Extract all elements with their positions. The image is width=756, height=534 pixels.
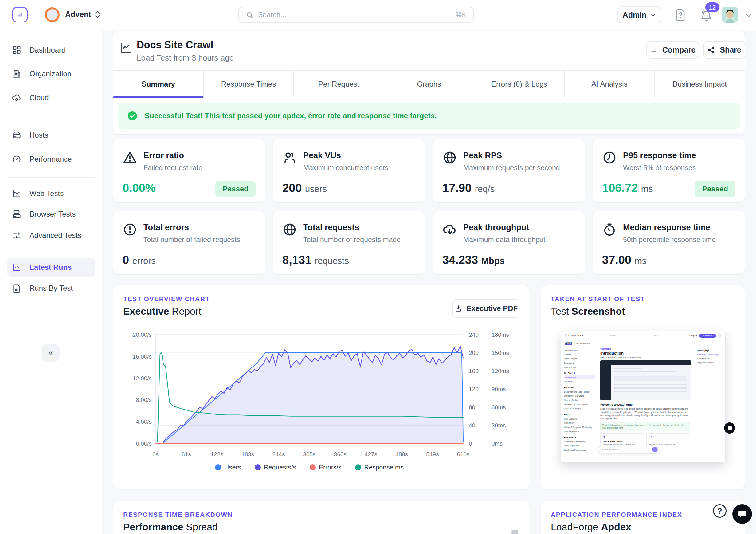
search-icon (246, 11, 254, 19)
tab-per-request[interactable]: Per Request (294, 71, 384, 98)
organization-icon (12, 69, 21, 79)
search-input[interactable] (258, 11, 451, 19)
metric-title: Peak RPS (463, 151, 502, 160)
mini-tabs: Guides API Reference (565, 340, 589, 346)
mini-toc: On this pageWelcome to LoadForgeCore Fea… (697, 349, 723, 364)
browser-tests-icon (12, 209, 21, 219)
metric-subtitle: Failed request rate (144, 164, 202, 172)
success-banner-text: Successful Test! This test passed your a… (145, 112, 437, 120)
legend-item[interactable]: Requests/s (255, 464, 296, 471)
sidebar-item-hosts[interactable]: Hosts (7, 126, 95, 145)
svg-text:12.00/s: 12.00/s (133, 375, 152, 381)
svg-text:16.00/s: 16.00/s (133, 353, 152, 360)
svg-text:150ms: 150ms (492, 350, 509, 356)
share-button[interactable]: Share (703, 41, 745, 59)
metric-title: Total requests (303, 223, 360, 232)
tab-bar: Summary Response Times Per Request Graph… (113, 70, 744, 98)
compare-button[interactable]: Compare (646, 41, 699, 59)
metric-subtitle: Maximum data throughput (463, 236, 545, 244)
sidebar-item-advanced-tests[interactable]: Advanced Tests (7, 226, 95, 245)
alert-circle-icon (122, 222, 137, 237)
chevron-down-icon[interactable] (744, 12, 753, 20)
chevrons-up-down-icon[interactable] (94, 9, 102, 20)
legend-dot-icon (215, 464, 221, 470)
users-icon (282, 150, 297, 165)
sidebar-item-label: Web Tests (30, 189, 64, 198)
svg-text:80: 80 (469, 404, 475, 410)
latest-runs-icon (12, 263, 21, 272)
legend-item[interactable]: Errors/s (310, 464, 341, 471)
metric-subtitle: Total number of failed requests (144, 236, 240, 244)
svg-text:244s: 244s (272, 451, 285, 458)
svg-text:240: 240 (469, 331, 479, 338)
metric-card-total-requests: Total requests Total number of requests … (273, 211, 425, 275)
sidebar-item-latest-runs[interactable]: Latest Runs (7, 258, 95, 277)
chart-menu-icon[interactable] (511, 530, 519, 534)
test-overview-chart: 20.00/s16.00/s12.00/s8.00/s4.00/s0.00/s2… (113, 285, 530, 461)
legend-item[interactable]: Response ms (355, 464, 404, 471)
svg-text:549s: 549s (426, 451, 439, 458)
search-box[interactable]: ⌘K (238, 7, 474, 23)
tab-response-times[interactable]: Response Times (204, 71, 294, 98)
sidebar-collapse-button[interactable]: « (42, 344, 60, 362)
sidebar-item-label: Hosts (30, 131, 48, 139)
workspace-avatar[interactable] (45, 7, 60, 22)
sidebar-divider (7, 116, 95, 116)
svg-text:30ms: 30ms (492, 422, 506, 429)
svg-text:61s: 61s (181, 451, 191, 458)
admin-dropdown[interactable]: Admin (617, 7, 662, 23)
sidebar-item-label: Browser Tests (30, 210, 76, 218)
user-avatar[interactable] (722, 7, 738, 23)
help-doc-icon[interactable] (675, 8, 687, 22)
chat-widget-button[interactable] (732, 504, 752, 524)
sidebar-item-cloud[interactable]: Cloud (7, 88, 95, 107)
page-title: Docs Site Crawl (137, 39, 213, 51)
success-banner: Successful Test! This test passed your a… (118, 103, 740, 129)
tab-summary[interactable]: Summary (113, 71, 204, 98)
legend-item[interactable]: Users (215, 464, 241, 471)
web-tests-icon (12, 189, 21, 199)
metric-card-median-response: Median response time 50th percentile res… (593, 211, 745, 275)
compare-icon (650, 46, 658, 54)
page-subtitle: Load Test from 3 hours ago (137, 53, 234, 63)
sidebar-item-runs-by-test[interactable]: Runs By Test (7, 279, 95, 298)
svg-text:20.00/s: 20.00/s (133, 331, 152, 338)
svg-text:8.00/s: 8.00/s (136, 397, 152, 403)
tab-ai-analysis[interactable]: AI Analysis (565, 71, 655, 98)
test-screenshot-image: LOADFORGE Search...Ctrl K Support Dashbo… (561, 331, 726, 463)
metric-title: Total errors (144, 223, 189, 232)
metric-card-peak-throughput: Peak throughput Maximum data throughput … (433, 211, 585, 275)
metric-card-error-ratio: Error ratio Failed request rate 0.00% Pa… (113, 139, 265, 203)
sidebar-item-label: Advanced Tests (30, 231, 81, 239)
tab-graphs[interactable]: Graphs (384, 71, 474, 98)
tab-business-impact[interactable]: Business Impact (655, 71, 744, 98)
sidebar-item-organization[interactable]: Organization (7, 64, 95, 83)
recording-stop-icon[interactable] (724, 422, 735, 434)
mini-hero-image (600, 360, 691, 400)
notification-count-badge: 12 (705, 2, 719, 12)
share-icon (708, 46, 716, 54)
section-eyebrow: TAKEN AT START OF TEST (551, 295, 645, 303)
search-shortcut: ⌘K (455, 11, 466, 19)
mini-dashboard-button: Dashboard › (699, 334, 716, 338)
gauge-icon (12, 154, 21, 164)
svg-text:90ms: 90ms (492, 386, 506, 392)
top-bar: Advent ⌘K Admin 12 (0, 0, 756, 30)
sidebar-item-web-tests[interactable]: Web Tests (7, 184, 95, 203)
app-logo-icon[interactable] (12, 7, 28, 22)
admin-label: Admin (623, 11, 647, 19)
chevron-down-icon (650, 12, 656, 18)
tab-errors-logs[interactable]: Errors (0) & Logs (474, 71, 565, 98)
workspace-name[interactable]: Advent (65, 10, 91, 19)
globe-icon (442, 150, 457, 165)
sidebar: Dashboard Organization Cloud Hosts Perfo… (0, 30, 102, 534)
sidebar-item-browser-tests[interactable]: Browser Tests (7, 205, 95, 224)
sidebar-item-dashboard[interactable]: Dashboard (7, 41, 95, 60)
chart-legend: UsersRequests/sErrors/sResponse ms (155, 464, 463, 471)
metric-subtitle: Maximum concurrent users (303, 164, 388, 172)
sidebar-item-label: Runs By Test (30, 284, 73, 293)
sidebar-item-performance[interactable]: Performance (7, 150, 95, 169)
help-circle-icon[interactable]: ? (713, 504, 726, 518)
svg-text:120: 120 (469, 386, 479, 392)
cloud-download-icon (442, 222, 457, 237)
